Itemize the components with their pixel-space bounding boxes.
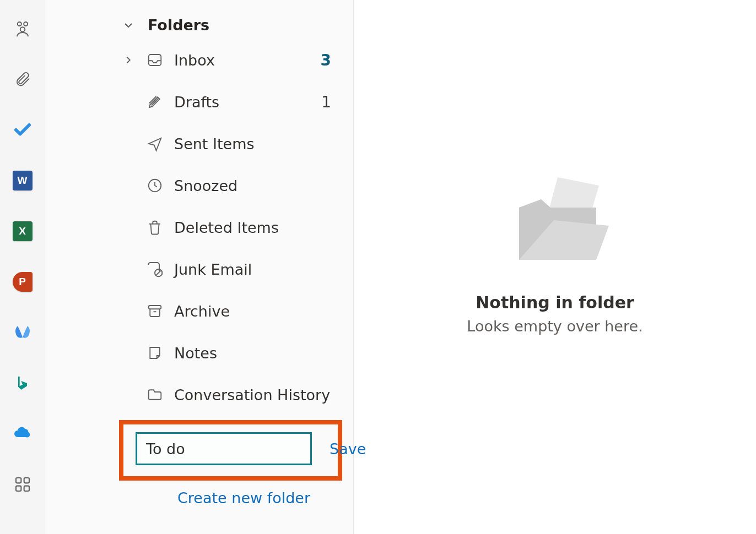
folder-label: Inbox: [174, 52, 311, 69]
more-apps-icon[interactable]: [13, 475, 33, 494]
svg-rect-5: [16, 486, 21, 491]
notes-icon: [145, 344, 164, 362]
trash-icon: [145, 218, 164, 237]
svg-rect-4: [24, 478, 29, 483]
folder-pane: Folders Inbox 3 Drafts 1 Sent Items Snoo…: [45, 0, 354, 534]
empty-folder-illustration: [489, 155, 621, 276]
excel-icon[interactable]: X: [13, 221, 33, 241]
svg-rect-7: [149, 55, 161, 66]
folder-sent[interactable]: Sent Items: [45, 123, 353, 165]
bing-icon[interactable]: [13, 373, 33, 393]
word-icon[interactable]: W: [13, 171, 33, 190]
drafts-icon: [145, 92, 164, 111]
svg-point-2: [20, 27, 25, 31]
folder-archive[interactable]: Archive: [45, 290, 353, 332]
junk-icon: [145, 260, 164, 279]
create-folder-row: Create new folder: [45, 481, 353, 506]
inbox-icon: [145, 51, 164, 69]
powerpoint-icon[interactable]: P: [13, 272, 33, 292]
folder-count: 1: [321, 93, 331, 111]
svg-point-1: [24, 22, 28, 26]
folder-snoozed[interactable]: Snoozed: [45, 165, 353, 206]
clock-icon: [145, 176, 164, 195]
folder-icon: [145, 385, 164, 404]
chevron-down-icon: [121, 18, 136, 32]
folder-label: Conversation History: [174, 386, 331, 404]
archive-icon: [145, 302, 164, 320]
new-folder-input[interactable]: [136, 432, 312, 465]
create-folder-link[interactable]: Create new folder: [177, 489, 310, 506]
attachment-icon[interactable]: [13, 69, 33, 89]
folder-label: Archive: [174, 303, 331, 320]
onedrive-icon[interactable]: [13, 424, 33, 444]
folder-label: Notes: [174, 345, 331, 362]
empty-title: Nothing in folder: [476, 293, 634, 312]
folder-deleted[interactable]: Deleted Items: [45, 206, 353, 248]
app-rail: W X P: [0, 0, 45, 534]
folder-conversation-history[interactable]: Conversation History: [45, 374, 353, 416]
folder-label: Junk Email: [174, 261, 331, 278]
folder-count: 3: [321, 51, 331, 69]
folder-label: Snoozed: [174, 177, 331, 194]
svg-point-0: [17, 22, 21, 26]
empty-subtitle: Looks empty over here.: [467, 318, 642, 335]
folder-label: Drafts: [174, 94, 311, 111]
folder-label: Deleted Items: [174, 219, 331, 236]
folders-header[interactable]: Folders: [45, 11, 353, 39]
viva-icon[interactable]: [13, 323, 33, 342]
svg-rect-10: [149, 306, 161, 309]
new-folder-row: Save: [119, 420, 342, 481]
svg-rect-3: [16, 478, 21, 483]
folder-label: Sent Items: [174, 135, 331, 152]
svg-rect-6: [24, 486, 29, 491]
todo-icon[interactable]: [13, 120, 33, 140]
main-empty-state: Nothing in folder Looks empty over here.: [354, 0, 756, 534]
folder-drafts[interactable]: Drafts 1: [45, 81, 353, 123]
folder-junk[interactable]: Junk Email: [45, 248, 353, 290]
people-icon[interactable]: [13, 19, 33, 39]
folder-inbox[interactable]: Inbox 3: [45, 39, 353, 81]
folder-notes[interactable]: Notes: [45, 332, 353, 374]
folders-title: Folders: [148, 17, 209, 34]
chevron-right-icon: [121, 54, 136, 66]
sent-icon: [145, 134, 164, 153]
